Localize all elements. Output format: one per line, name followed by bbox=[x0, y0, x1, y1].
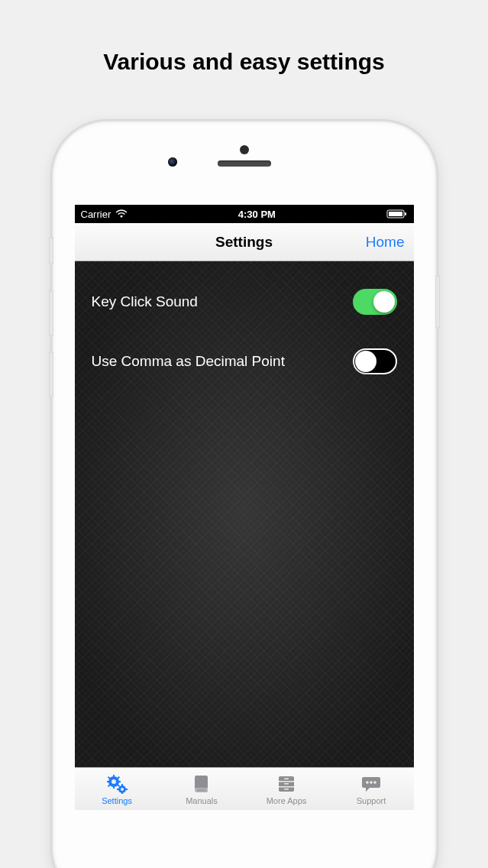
status-bar: Carrier 4:30 PM bbox=[75, 205, 414, 223]
wifi-icon bbox=[115, 209, 128, 219]
svg-rect-23 bbox=[279, 786, 294, 788]
setting-row-key-click: Key Click Sound bbox=[92, 289, 397, 315]
tab-bar: Settings Manuals bbox=[75, 767, 414, 810]
svg-point-27 bbox=[366, 781, 369, 784]
toggle-knob bbox=[355, 351, 377, 372]
book-icon bbox=[192, 773, 211, 795]
tab-label: Manuals bbox=[186, 796, 218, 805]
key-click-toggle[interactable] bbox=[353, 289, 397, 315]
svg-rect-24 bbox=[284, 778, 289, 779]
proximity-sensor bbox=[240, 145, 249, 154]
svg-rect-15 bbox=[121, 784, 123, 786]
key-click-label: Key Click Sound bbox=[92, 293, 198, 312]
svg-rect-20 bbox=[197, 790, 206, 791]
svg-rect-26 bbox=[284, 789, 289, 790]
svg-rect-17 bbox=[117, 789, 119, 790]
svg-rect-5 bbox=[113, 775, 115, 778]
svg-rect-7 bbox=[107, 781, 110, 782]
status-left: Carrier bbox=[81, 209, 128, 220]
tab-settings[interactable]: Settings bbox=[75, 768, 160, 810]
svg-point-14 bbox=[121, 788, 124, 791]
svg-rect-8 bbox=[118, 781, 121, 782]
nav-bar: Settings Home bbox=[75, 223, 414, 261]
mute-switch bbox=[49, 237, 53, 264]
battery-icon bbox=[386, 209, 408, 219]
earpiece-speaker bbox=[218, 160, 271, 167]
tab-label: Settings bbox=[102, 796, 132, 805]
svg-rect-1 bbox=[389, 212, 402, 216]
drawer-icon bbox=[276, 773, 296, 795]
phone-frame: Carrier 4:30 PM Setti bbox=[53, 122, 435, 868]
svg-rect-25 bbox=[284, 783, 289, 785]
tab-label: Support bbox=[357, 796, 386, 805]
home-button[interactable]: Home bbox=[366, 234, 405, 251]
svg-point-29 bbox=[373, 781, 377, 784]
svg-point-28 bbox=[370, 781, 373, 784]
comma-label: Use Comma as Decimal Point bbox=[92, 352, 285, 371]
front-camera bbox=[168, 157, 177, 167]
carrier-label: Carrier bbox=[81, 209, 111, 220]
volume-up-button bbox=[49, 290, 53, 336]
svg-rect-2 bbox=[405, 212, 406, 215]
screen: Carrier 4:30 PM Setti bbox=[75, 205, 414, 810]
promo-title: Various and easy settings bbox=[0, 0, 488, 75]
power-button bbox=[435, 275, 440, 329]
tab-more-apps[interactable]: More Apps bbox=[244, 768, 329, 810]
tab-manuals[interactable]: Manuals bbox=[160, 768, 244, 810]
svg-rect-6 bbox=[113, 785, 115, 789]
status-time: 4:30 PM bbox=[238, 209, 276, 220]
chat-icon bbox=[360, 773, 382, 795]
svg-rect-22 bbox=[279, 781, 294, 782]
settings-content: Key Click Sound Use Comma as Decimal Poi… bbox=[75, 261, 414, 767]
tab-support[interactable]: Support bbox=[329, 768, 414, 810]
svg-rect-16 bbox=[121, 792, 123, 794]
svg-rect-18 bbox=[125, 789, 128, 790]
svg-point-4 bbox=[111, 779, 116, 784]
setting-row-comma: Use Comma as Decimal Point bbox=[92, 348, 397, 374]
gear-icon bbox=[105, 773, 128, 795]
volume-down-button bbox=[49, 351, 53, 397]
tab-label: More Apps bbox=[267, 796, 307, 805]
page-title: Settings bbox=[75, 234, 414, 251]
svg-rect-19 bbox=[197, 789, 206, 789]
toggle-knob bbox=[373, 291, 395, 313]
comma-toggle[interactable] bbox=[353, 348, 397, 374]
